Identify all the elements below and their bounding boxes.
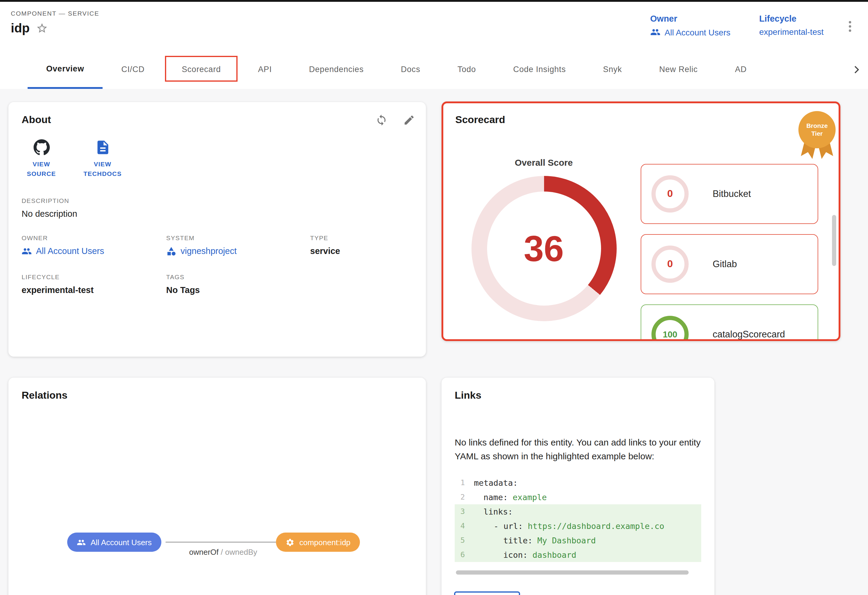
lifecycle-field: LIFECYCLE experimental-test [22,273,166,295]
scorecard-item-bitbucket[interactable]: 0 Bitbucket [641,164,818,224]
links-empty-message: No links defined for this entity. You ca… [455,435,701,463]
code-line: 1metadata: [455,475,701,490]
favorite-star-icon[interactable] [36,22,48,34]
code-line: 2name:example [455,490,701,504]
github-icon [33,139,50,155]
scorecard-title: Scorecard [455,114,827,126]
refresh-icon[interactable] [375,114,388,126]
lifecycle-label: Lifecycle [759,14,824,24]
view-source-label: VIEW SOURCE [22,160,61,179]
tab-api[interactable]: API [239,50,290,89]
scorecard-list: 0 Bitbucket 0 Gitlab 100 catalogScorecar… [641,126,818,341]
scorecard-item-catalogscorecard[interactable]: 100 catalogScorecard [641,304,818,341]
system-field-link[interactable]: vigneshproject [166,246,310,256]
type-field: TYPE service [310,234,413,256]
tab-snyk[interactable]: Snyk [584,50,640,89]
relation-edge [165,542,276,543]
cut-off-button[interactable] [454,591,520,595]
system-field: SYSTEM vigneshproject [166,234,310,256]
code-line: 4- url:https://dashboard.example.co [455,518,701,533]
code-horizontal-scrollbar[interactable] [456,570,689,574]
overall-score-label: Overall Score [515,157,573,167]
header-lifecycle: Lifecycle experimental-test [759,14,824,37]
score-circle: 0 [651,175,689,213]
gear-icon [285,538,295,547]
tab-docs[interactable]: Docs [382,50,439,89]
description-label: DESCRIPTION [22,197,413,204]
bronze-tier-badge: Bronze Tier [798,111,836,169]
view-techdocs-button[interactable]: VIEW TECHDOCS [83,139,123,179]
relation-edge-label: ownerOf / ownedBy [169,548,277,557]
links-card: Links No links defined for this entity. … [441,377,714,595]
owner-link[interactable]: All Account Users [650,27,730,37]
tab-dependencies[interactable]: Dependencies [290,50,382,89]
view-source-button[interactable]: VIEW SOURCE [22,139,61,179]
view-techdocs-label: VIEW TECHDOCS [83,160,123,179]
scorecard-item-gitlab[interactable]: 0 Gitlab [641,234,818,294]
more-options-icon[interactable] [846,19,853,34]
group-icon [22,246,32,256]
page-title: idp [11,21,30,36]
relations-title: Relations [22,390,413,402]
owner-field-link[interactable]: All Account Users [22,246,166,256]
tab-new-relic[interactable]: New Relic [641,50,716,89]
scorecard-scrollbar[interactable] [832,215,836,266]
owner-value: All Account Users [665,27,730,37]
code-line: 6icon:dashboard [455,547,701,562]
group-icon [77,538,86,547]
about-card: About VIEW SOURCE [8,102,426,357]
owner-field: OWNER All Account Users [22,234,166,256]
overview-content: About VIEW SOURCE [0,89,868,595]
tab-scorecard[interactable]: Scorecard [163,50,239,89]
tab-adr[interactable]: AD [716,50,765,89]
tags-field: TAGS No Tags [166,273,310,295]
score-circle: 0 [651,246,689,283]
overall-score-value: 36 [524,228,564,269]
relation-node-owner[interactable]: All Account Users [67,533,161,552]
code-line: 5title:My Dashboard [455,533,701,547]
relations-card: Relations All Account Users ownerOf / ow… [8,377,426,595]
tab-cicd[interactable]: CI/CD [103,50,164,89]
scorecard-card: Scorecard Bronze Tier Overall Score 36 [441,101,840,341]
relation-node-component[interactable]: component:idp [276,533,360,552]
group-icon [650,27,660,37]
tabs-scroll-right-icon[interactable] [845,50,868,89]
tab-todo[interactable]: Todo [439,50,495,89]
score-circle: 100 [651,316,689,341]
code-line: 3links: [455,504,701,518]
header-owner: Owner All Account Users [650,14,730,37]
system-icon [166,246,176,256]
techdocs-icon [94,139,111,155]
owner-label: Owner [650,14,730,24]
lifecycle-value: experimental-test [759,27,824,37]
entity-header: COMPONENT — SERVICE idp Owner All Accoun… [0,2,868,50]
links-title: Links [455,390,701,402]
edit-icon[interactable] [403,114,415,126]
overall-score-donut: 36 [471,176,616,321]
tab-overview[interactable]: Overview [28,50,103,89]
tab-code-insights[interactable]: Code Insights [495,50,585,89]
entity-tabs: Overview CI/CD Scorecard API Dependencie… [0,50,868,89]
about-title: About [22,114,413,126]
yaml-example-code: 1metadata: 2name:example 3links: 4- url:… [455,475,701,562]
tier-badge-label: Bronze Tier [799,111,836,148]
description-value: No description [22,209,413,218]
page: COMPONENT — SERVICE idp Owner All Accoun… [0,0,868,595]
